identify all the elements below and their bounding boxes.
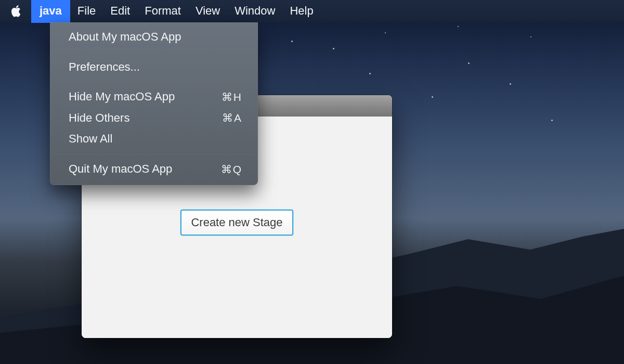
menu-item-label: Show All — [69, 132, 242, 147]
menu-shortcut: ⌘A — [222, 111, 242, 125]
menu-item-label: Preferences... — [69, 60, 242, 75]
create-new-stage-button[interactable]: Create new Stage — [180, 210, 293, 236]
menu-edit[interactable]: Edit — [103, 0, 137, 22]
menu-view[interactable]: View — [188, 0, 227, 22]
menu-item-quit[interactable]: Quit My macOS App ⌘Q — [50, 159, 258, 180]
menu-separator — [50, 52, 258, 53]
menu-shortcut: ⌘Q — [221, 162, 242, 176]
menu-item-label: Quit My macOS App — [69, 162, 221, 177]
menu-separator — [50, 154, 258, 154]
menubar: java File Edit Format View Window Help — [0, 0, 624, 22]
menu-item-hide-others[interactable]: Hide Others ⌘A — [50, 108, 258, 129]
app-menu-dropdown: About My macOS App Preferences... Hide M… — [50, 22, 258, 185]
menu-window[interactable]: Window — [227, 0, 282, 22]
menu-format[interactable]: Format — [137, 0, 188, 22]
apple-icon[interactable] — [10, 5, 22, 18]
menu-item-label: About My macOS App — [69, 30, 242, 45]
menu-item-preferences[interactable]: Preferences... — [50, 57, 258, 78]
menu-help[interactable]: Help — [282, 0, 320, 22]
menu-separator — [50, 82, 258, 82]
menu-item-label: Hide My macOS App — [69, 89, 222, 105]
menu-shortcut: ⌘H — [222, 90, 242, 104]
menu-file[interactable]: File — [70, 0, 103, 22]
menu-item-hide-app[interactable]: Hide My macOS App ⌘H — [50, 86, 258, 108]
menu-item-about[interactable]: About My macOS App — [50, 27, 258, 48]
menu-item-show-all[interactable]: Show All — [50, 128, 258, 150]
menu-item-label: Hide Others — [69, 111, 222, 126]
menu-app[interactable]: java — [31, 0, 70, 23]
